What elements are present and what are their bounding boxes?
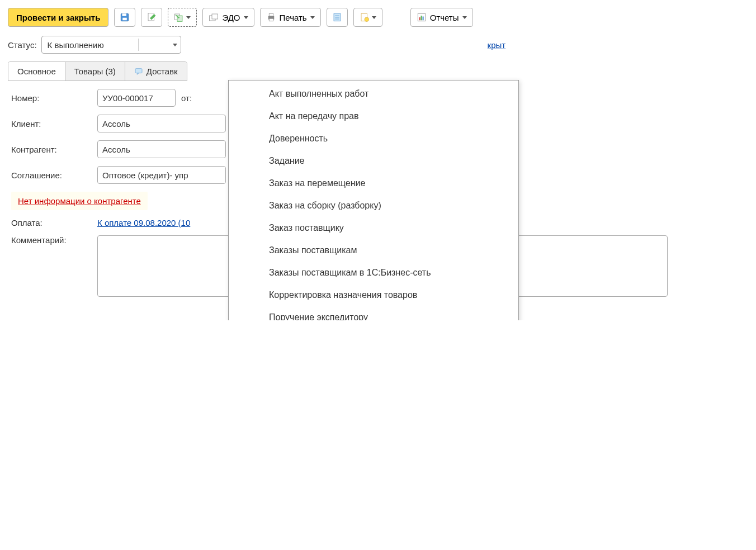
chevron-down-icon — [310, 16, 315, 19]
chevron-down-icon — [462, 16, 467, 19]
svg-rect-20 — [422, 17, 423, 21]
menu-item[interactable]: Задание — [229, 150, 518, 172]
svg-point-16 — [365, 17, 369, 22]
from-label: от: — [181, 93, 192, 103]
create-based-on-icon — [174, 12, 184, 22]
chevron-down-icon — [186, 16, 191, 19]
client-input[interactable]: Ассоль — [97, 115, 226, 132]
create-based-on-button[interactable] — [168, 8, 197, 27]
svg-rect-1 — [122, 13, 127, 16]
chevron-down-icon — [173, 44, 177, 46]
comment-icon — [134, 67, 143, 76]
number-label: Номер: — [11, 93, 92, 103]
save-icon — [120, 12, 130, 22]
post-icon — [147, 12, 157, 22]
print-icon — [266, 12, 276, 22]
svg-rect-21 — [135, 68, 142, 73]
list-button[interactable] — [327, 8, 348, 27]
menu-item[interactable]: Поручение экспедитору — [229, 306, 518, 320]
reports-button[interactable]: Отчеты — [410, 8, 473, 27]
status-row: Статус: К выполнению крыт — [8, 36, 748, 54]
svg-rect-5 — [177, 16, 182, 22]
chevron-down-icon — [244, 16, 248, 19]
edo-icon — [209, 12, 219, 22]
payment-link[interactable]: К оплате 09.08.2020 (10 — [97, 218, 190, 227]
list-icon — [332, 12, 342, 22]
menu-item[interactable]: Заказ поставщику — [229, 217, 518, 239]
menu-item[interactable]: Заказы поставщикам — [229, 239, 518, 262]
closed-link[interactable]: крыт — [488, 40, 506, 50]
attachment-icon — [360, 12, 370, 22]
save-button[interactable] — [114, 8, 135, 27]
comment-label: Комментарий: — [11, 235, 92, 245]
status-label: Статус: — [8, 40, 37, 50]
agreement-input[interactable]: Оптовое (кредит)- упр — [97, 166, 226, 184]
payment-label: Оплата: — [11, 218, 92, 227]
menu-item[interactable]: Акт выполненных работ — [229, 83, 518, 105]
chevron-down-icon — [372, 16, 376, 19]
agreement-label: Соглашение: — [11, 170, 92, 180]
svg-rect-7 — [212, 14, 218, 19]
number-input[interactable]: УУ00-000017 — [97, 89, 176, 107]
attachments-button[interactable] — [353, 8, 382, 27]
svg-rect-10 — [269, 18, 273, 21]
svg-rect-19 — [420, 16, 422, 20]
counterparty-input[interactable]: Ассоль — [97, 140, 226, 158]
menu-item[interactable]: Корректировка назначения товаров — [229, 284, 518, 306]
tabs: Основное Товары (3) Доставк — [8, 61, 187, 81]
menu-item[interactable]: Заказ на перемещение — [229, 172, 518, 195]
counterparty-warning[interactable]: Нет информации о контрагенте — [11, 192, 148, 210]
print-button[interactable]: Печать — [260, 8, 321, 27]
menu-item[interactable]: Акт на передачу прав — [229, 105, 518, 127]
chart-icon — [417, 12, 427, 22]
tab-main[interactable]: Основное — [8, 62, 65, 80]
client-label: Клиент: — [11, 119, 92, 129]
tab-goods[interactable]: Товары (3) — [65, 62, 125, 80]
post-and-close-button[interactable]: Провести и закрыть — [8, 8, 108, 27]
right-column: ия ческая организация ный склад ... Заче… — [494, 312, 712, 320]
menu-item[interactable]: Заказы поставщикам в 1С:Бизнес-сеть — [229, 262, 518, 284]
svg-rect-2 — [123, 18, 127, 21]
svg-rect-9 — [269, 13, 273, 16]
post-button[interactable] — [141, 8, 162, 27]
edo-button[interactable]: ЭДО — [202, 8, 254, 27]
menu-item[interactable]: Заказ на сборку (разборку) — [229, 195, 518, 217]
create-based-on-menu: Акт выполненных работАкт на передачу пра… — [228, 80, 519, 320]
status-select[interactable]: К выполнению — [41, 36, 181, 54]
toolbar: Провести и закрыть ЭДО Печать Отчеты — [8, 8, 748, 27]
svg-rect-18 — [419, 17, 420, 20]
tab-delivery[interactable]: Доставк — [125, 62, 187, 80]
counterparty-label: Контрагент: — [11, 145, 92, 154]
menu-item[interactable]: Доверенность — [229, 127, 518, 150]
